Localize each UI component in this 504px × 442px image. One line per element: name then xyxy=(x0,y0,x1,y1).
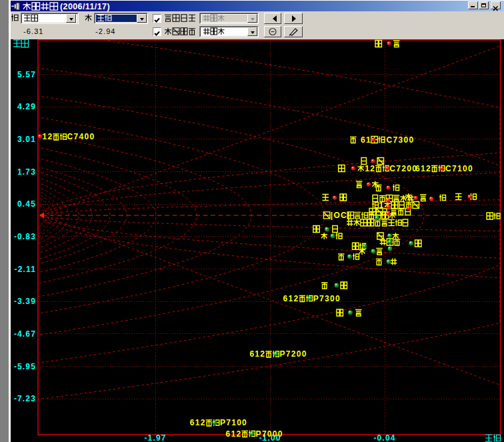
svg-text:12: 12 xyxy=(43,132,53,141)
svg-text:4.29: 4.29 xyxy=(17,102,36,111)
svg-text:-0.83: -0.83 xyxy=(14,232,36,241)
svg-text:P7200: P7200 xyxy=(280,349,307,359)
svg-text:5.57: 5.57 xyxy=(17,70,36,79)
svg-text:0.45: 0.45 xyxy=(17,199,36,209)
svg-text:P7100: P7100 xyxy=(220,418,247,427)
svg-text:612: 612 xyxy=(226,429,242,439)
svg-text:612: 612 xyxy=(190,418,206,427)
svg-text:(2006/11/17): (2006/11/17) xyxy=(60,2,110,11)
svg-text:-3.39: -3.39 xyxy=(14,297,36,306)
svg-text:3.01: 3.01 xyxy=(17,135,36,144)
svg-text:-0.04: -0.04 xyxy=(373,433,395,442)
svg-text:-6.31: -6.31 xyxy=(23,27,44,35)
svg-text:612: 612 xyxy=(283,294,299,303)
svg-text:-7.23: -7.23 xyxy=(14,394,36,403)
svg-text:C7400: C7400 xyxy=(67,132,95,141)
svg-text:C7200: C7200 xyxy=(389,164,417,173)
svg-text:1.73: 1.73 xyxy=(17,167,36,177)
svg-text:-2.11: -2.11 xyxy=(15,265,36,274)
svg-text:-4.67: -4.67 xyxy=(14,329,36,339)
svg-text:612: 612 xyxy=(249,349,265,359)
svg-text:C7100: C7100 xyxy=(445,164,473,173)
svg-text:-5.95: -5.95 xyxy=(14,362,36,371)
svg-text:12: 12 xyxy=(365,164,375,173)
svg-text:C7300: C7300 xyxy=(387,135,415,145)
svg-text:-1.97: -1.97 xyxy=(144,433,166,442)
svg-text:61: 61 xyxy=(361,135,371,145)
svg-text:P7300: P7300 xyxy=(313,294,341,303)
svg-text:612: 612 xyxy=(415,164,431,173)
svg-text:-2.94: -2.94 xyxy=(95,27,116,35)
svg-text:P7000: P7000 xyxy=(256,429,283,439)
